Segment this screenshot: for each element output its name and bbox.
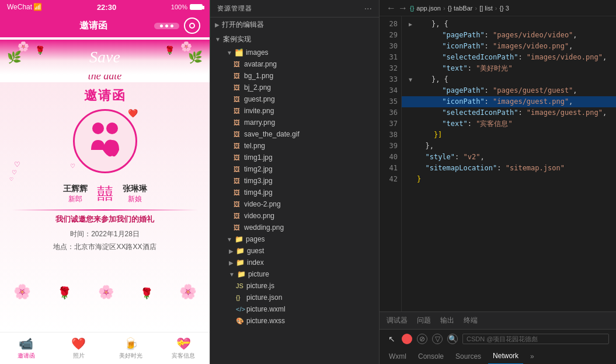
- nav-guests-label: 宾客信息: [172, 352, 195, 360]
- file-avatar[interactable]: 🖼 avatar.png: [210, 58, 379, 70]
- invitation-body: 我们诚邀您来参加我们的婚礼: [9, 214, 200, 225]
- tab-problems[interactable]: 问题: [417, 313, 431, 329]
- file-video[interactable]: 🖼 video.png: [210, 210, 379, 222]
- block-icon[interactable]: ⊘: [417, 334, 427, 344]
- subtab-network[interactable]: Network: [488, 348, 523, 364]
- nav-forward-btn[interactable]: →: [398, 3, 408, 13]
- breadcrumb-appjson: app.json: [416, 5, 441, 12]
- file-icon-picture-wxml: </>: [236, 306, 244, 313]
- event-time: 时间：2022年1月28日: [0, 228, 210, 241]
- file-bj2[interactable]: 🖼 bj_2.png: [210, 82, 379, 93]
- tab-debugger[interactable]: 调试器: [387, 313, 408, 329]
- search-icon[interactable]: 🔍: [447, 334, 458, 344]
- double-xi: 囍: [97, 183, 113, 205]
- code-panel: ← → {} app.json › {} tabBar › [] list › …: [380, 0, 616, 364]
- code-line-34: "pagePath": "pages/guest/guest",: [402, 85, 616, 96]
- nav-moments[interactable]: 🍺 美好时光: [105, 332, 158, 364]
- cursor-icon[interactable]: ↖: [387, 334, 397, 344]
- file-save-date-gif[interactable]: 🖼 save_the_date.gif: [210, 128, 379, 140]
- file-icon-invite: 🖼: [234, 107, 242, 114]
- file-icon-video2: 🖼: [234, 201, 242, 208]
- images-folder[interactable]: ▼ 🗂️ images: [210, 47, 379, 58]
- file-name-guest: guest.png: [244, 95, 275, 103]
- line-num-28: 28: [380, 19, 398, 30]
- file-picture-wxss[interactable]: 🎨 picture.wxss: [210, 315, 379, 327]
- subtab-more[interactable]: »: [525, 349, 539, 364]
- file-name-bg1: bg_1.png: [244, 72, 273, 80]
- file-picture-wxml[interactable]: </> picture.wxml: [210, 303, 379, 315]
- panel-more-icon[interactable]: ···: [364, 4, 372, 14]
- file-guest[interactable]: 🖼 guest.png: [210, 93, 379, 105]
- file-picture-js[interactable]: JS picture.js: [210, 280, 379, 292]
- file-timg4[interactable]: 🖼 timg4.jpg: [210, 187, 379, 198]
- picture-folder-label: picture: [248, 270, 269, 278]
- record-icon[interactable]: [402, 334, 412, 344]
- panel-header: 资源管理器 ···: [210, 0, 379, 18]
- phone-simulator: WeChat 📶 22:30 100% 邀请函: [0, 0, 210, 364]
- file-name-video: video.png: [244, 212, 274, 220]
- line-num-29: 29: [380, 30, 398, 41]
- file-icon-video: 🖼: [234, 212, 242, 219]
- case-arrow: ▼: [215, 36, 221, 43]
- nav-guests[interactable]: 💝 宾客信息: [157, 332, 210, 364]
- line-num-32: 32: [380, 63, 398, 74]
- index-folder[interactable]: ▶ 📁 index: [210, 257, 379, 268]
- line-numbers: 28 29 30 31 32 33 34 35 36 37 38 39 40 4…: [380, 16, 402, 312]
- filter-icon[interactable]: ▽: [432, 334, 443, 344]
- nav-back-btn[interactable]: ←: [387, 3, 396, 13]
- case-label: 案例实现: [223, 34, 251, 44]
- battery-fill: [190, 5, 202, 9]
- nav-photos-label: 照片: [73, 352, 85, 360]
- floral-header: 🌿 Save 🌿 🌸 🌸 🌹 🌹 the date: [0, 37, 210, 82]
- file-wedding[interactable]: 🖼 wedding.png: [210, 222, 379, 233]
- file-timg3[interactable]: 🖼 timg3.jpg: [210, 175, 379, 187]
- code-content[interactable]: ▶ }, { "pagePath": "pages/video/video", …: [402, 16, 616, 312]
- bottom-tabs: 调试器 问题 输出 终端: [380, 312, 616, 330]
- line-num-31: 31: [380, 52, 398, 63]
- tab-output[interactable]: 输出: [440, 313, 454, 329]
- breadcrumb-sep3: ›: [495, 5, 497, 12]
- file-icon-save-date: 🖼: [234, 131, 242, 138]
- file-name-timg3: timg3.jpg: [244, 177, 273, 185]
- file-name-picture-js: picture.js: [246, 282, 274, 290]
- index-folder-icon: 📁: [236, 258, 245, 267]
- file-timg1[interactable]: 🖼 timg1.jpg: [210, 152, 379, 163]
- file-bg1[interactable]: 🖼 bg_1.png: [210, 70, 379, 82]
- open-editors-label: 打开的编辑器: [222, 20, 264, 30]
- status-right: 100%: [171, 4, 203, 10]
- line-num-35: 35: [380, 96, 398, 107]
- csdn-watermark: CSDN @项目花园花德彪: [467, 335, 538, 344]
- picture-arrow: ▼: [229, 271, 235, 278]
- pages-folder[interactable]: ▼ 📁 pages: [210, 233, 379, 245]
- file-icon-picture-json: {}: [236, 294, 244, 301]
- couple-silhouette: [82, 118, 128, 164]
- svg-point-0: [92, 123, 104, 134]
- tab-terminal[interactable]: 终端: [464, 313, 478, 329]
- file-invite[interactable]: 🖼 invite.png: [210, 105, 379, 117]
- guest-folder[interactable]: ▶ 📁 guest: [210, 245, 379, 257]
- event-location: 地点：北京市海淀区XX路XX酒店: [0, 241, 210, 254]
- file-tel[interactable]: 🖼 tel.png: [210, 140, 379, 152]
- file-name-picture-wxss: picture.wxss: [246, 317, 285, 325]
- file-timg2[interactable]: 🖼 timg2.jpg: [210, 163, 379, 175]
- file-marry[interactable]: 🖼 marry.png: [210, 117, 379, 128]
- subtab-console[interactable]: Console: [413, 349, 448, 364]
- bottom-panel: 调试器 问题 输出 终端 ↖ ⊘ ▽ 🔍 CSDN @项目花园花德彪: [380, 312, 616, 364]
- file-video2[interactable]: 🖼 video-2.png: [210, 198, 379, 210]
- open-editors-section[interactable]: ▶ 打开的编辑器: [210, 18, 379, 32]
- phone-more-btn[interactable]: [154, 23, 179, 29]
- case-section[interactable]: ▼ 案例实现: [210, 32, 379, 47]
- battery-bar: [190, 4, 203, 10]
- file-icon-wedding: 🖼: [234, 224, 242, 231]
- code-line-33: ▼ }, {: [402, 74, 616, 85]
- phone-circle-btn[interactable]: [184, 18, 200, 34]
- file-name-invite: invite.png: [244, 107, 274, 115]
- nav-invitation-icon: 📹: [19, 337, 33, 351]
- search-bar[interactable]: CSDN @项目花园花德彪: [462, 334, 609, 344]
- file-picture-json[interactable]: {} picture.json: [210, 292, 379, 303]
- nav-invitation[interactable]: 📹 邀请函: [0, 332, 53, 364]
- subtab-wxml[interactable]: Wxml: [384, 349, 411, 364]
- subtab-sources[interactable]: Sources: [451, 349, 486, 364]
- nav-photos[interactable]: ❤️ 照片: [53, 332, 105, 364]
- picture-folder[interactable]: ▼ 📁 picture: [210, 268, 379, 280]
